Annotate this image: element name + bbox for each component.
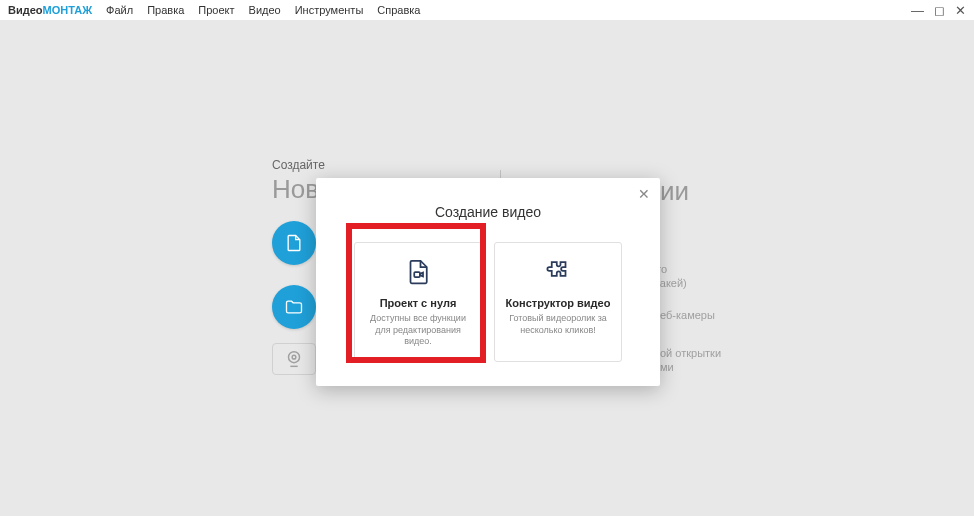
bg-create-label: Создайте bbox=[272, 158, 338, 172]
folder-icon bbox=[284, 297, 304, 317]
bg-peek-2: еб-камеры bbox=[660, 308, 715, 322]
card1-desc: Доступны все функции для редактирования … bbox=[363, 313, 473, 348]
bg-peek-3: ой открытки ми bbox=[660, 346, 721, 375]
menu-file[interactable]: Файл bbox=[106, 4, 133, 16]
svg-point-0 bbox=[289, 352, 300, 363]
webcam-icon bbox=[283, 348, 305, 370]
maximize-button[interactable]: ◻ bbox=[934, 3, 945, 18]
menu-tools[interactable]: Инструменты bbox=[295, 4, 364, 16]
app-logo: ВидеоМОНТАЖ bbox=[8, 4, 92, 16]
create-video-dialog: ✕ Создание видео Проект с нуля Доступны … bbox=[316, 178, 660, 386]
card-project-from-scratch[interactable]: Проект с нуля Доступны все функции для р… bbox=[354, 242, 482, 362]
card2-desc: Готовый видеоролик за несколько кликов! bbox=[503, 313, 613, 336]
main-canvas: Создайте Новы ии тного ромакей) еб-камер… bbox=[0, 20, 974, 516]
close-button[interactable]: ✕ bbox=[955, 3, 966, 18]
bg-heading-right: ии bbox=[660, 176, 689, 207]
menu-video[interactable]: Видео bbox=[249, 4, 281, 16]
logo-part2: МОНТАЖ bbox=[43, 4, 93, 16]
logo-part1: Видео bbox=[8, 4, 43, 16]
webcam-button[interactable] bbox=[272, 343, 316, 375]
svg-point-1 bbox=[292, 355, 296, 359]
dialog-close-button[interactable]: ✕ bbox=[638, 186, 650, 202]
dialog-title: Создание видео bbox=[316, 178, 660, 220]
menu-project[interactable]: Проект bbox=[198, 4, 234, 16]
menu-edit[interactable]: Правка bbox=[147, 4, 184, 16]
card-video-constructor[interactable]: Конструктор видео Готовый видеоролик за … bbox=[494, 242, 622, 362]
minimize-button[interactable]: — bbox=[911, 3, 924, 18]
new-file-button[interactable] bbox=[272, 221, 316, 265]
window-controls: — ◻ ✕ bbox=[911, 3, 966, 18]
card2-title: Конструктор видео bbox=[506, 297, 611, 309]
video-file-icon bbox=[403, 257, 433, 287]
puzzle-icon bbox=[543, 257, 573, 287]
menubar: ВидеоМОНТАЖ Файл Правка Проект Видео Инс… bbox=[0, 0, 974, 20]
open-folder-button[interactable] bbox=[272, 285, 316, 329]
file-plus-icon bbox=[284, 233, 304, 253]
dialog-cards: Проект с нуля Доступны все функции для р… bbox=[316, 242, 660, 362]
svg-rect-2 bbox=[414, 272, 420, 277]
menu-help[interactable]: Справка bbox=[377, 4, 420, 16]
card1-title: Проект с нуля bbox=[380, 297, 457, 309]
